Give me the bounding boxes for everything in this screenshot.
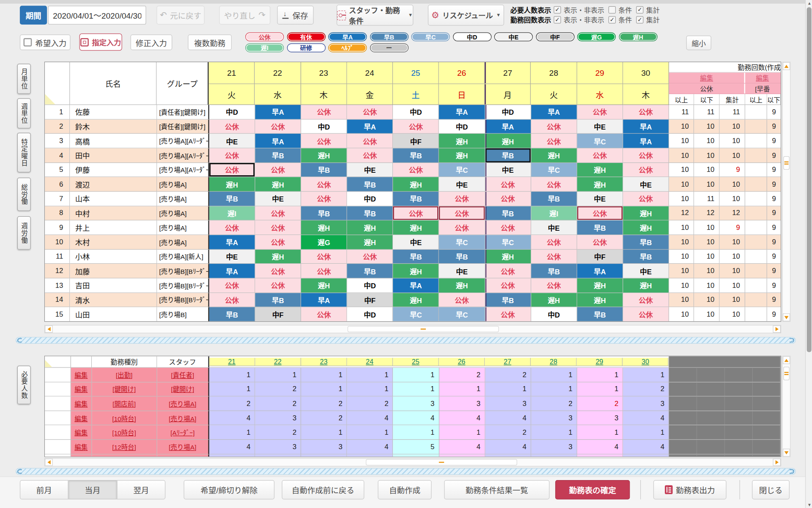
shift-cell[interactable]: 公休 [485,264,531,278]
shift-cell[interactable]: 公休 [531,235,577,249]
shift-cell[interactable]: 早B [485,206,531,221]
shift-cell[interactable]: 遅I [531,206,577,221]
shift-cell[interactable]: 遅H [485,249,531,264]
shift-cell[interactable]: 中D [531,307,577,322]
shift-cell[interactable]: 公休 [393,163,439,177]
shift-cell[interactable]: 遅H [301,148,347,163]
staff-group-link[interactable]: [責任者] [171,370,194,379]
shift-cell[interactable]: 公休 [393,119,439,134]
shift-cell[interactable]: 早B [485,293,531,307]
save-button[interactable]: 保存 [277,6,313,25]
shift-cell[interactable]: 早C [439,235,485,249]
shift-cell[interactable]: 公休 [439,293,485,307]
shift-cell[interactable]: 中D [301,119,347,134]
shift-cell[interactable]: 早B [255,293,301,307]
shift-cell[interactable]: 公休 [301,249,347,264]
page-scrollbar[interactable]: ▲ ▼ [805,0,812,508]
legend-hayaB[interactable]: 早B [370,33,408,41]
staffing-day-link[interactable]: 27 [504,358,511,366]
shift-cell[interactable]: 遅G [301,235,347,249]
shift-cell[interactable]: 遅H [623,221,669,235]
shift-cell[interactable]: 早B [347,177,393,192]
shift-cell[interactable]: 遅H [439,148,485,163]
day-of-week[interactable]: 日 [439,84,485,105]
close-button[interactable]: 閉じる [752,480,790,500]
shift-cell[interactable]: 遅H [301,279,347,293]
day-of-week[interactable]: 火 [209,84,255,105]
shift-cell[interactable]: 遅H [393,293,439,307]
shift-cell[interactable]: 中E [623,177,669,192]
shift-cell[interactable]: 早C [485,235,531,249]
shift-cell[interactable]: 公休 [255,221,301,235]
shift-cell[interactable]: 早A [209,235,255,249]
shift-cell[interactable]: 公休 [623,293,669,307]
shift-cell[interactable]: 遅H [577,293,623,307]
shift-cell[interactable]: 遅H [439,134,485,148]
shrink-button[interactable]: 縮小 [686,36,711,50]
legend-osoH[interactable]: 遅H [619,33,657,41]
shift-cell[interactable]: 中F [393,134,439,148]
legend-koukyuu[interactable]: 公休 [245,33,284,41]
shift-cell[interactable]: 公休 [531,177,577,192]
shift-type-link[interactable]: [開店前] [112,398,136,408]
shift-cell[interactable]: 遅H [255,177,301,192]
checkbox-unchecked[interactable] [609,6,616,13]
confirm-roster-button[interactable]: 勤務表の確定 [555,480,630,500]
shift-type-link[interactable]: [12時台] [112,442,136,452]
shift-cell[interactable]: 公休 [623,307,669,322]
shift-cell[interactable]: 公休 [623,192,669,206]
staffing-day-link[interactable]: 21 [228,358,236,366]
day-of-week[interactable]: 月 [485,84,531,105]
wish-input-button[interactable]: 希望入力 [20,34,71,50]
shift-cell[interactable]: 早B [577,221,623,235]
shift-cell[interactable]: 公休 [393,206,439,221]
legend-dash[interactable]: ー [370,43,408,52]
redo-button[interactable]: やり直し↷ [219,6,270,25]
shift-cell[interactable]: 中E [209,134,255,148]
shift-cell[interactable]: 公休 [209,293,255,307]
revert-auto-create-button[interactable]: 自動作成前に戻る [282,480,364,500]
shift-cell[interactable]: 早A [623,134,669,148]
shift-cell[interactable]: 公休 [531,134,577,148]
legend-nakaF[interactable]: 中F [536,33,574,41]
roster-vertical-scrollbar[interactable] [782,62,791,322]
day-number[interactable]: 25 [393,62,439,84]
undo-button[interactable]: ↶元に戻す [156,6,205,25]
shift-cell[interactable]: 遅H [347,235,393,249]
shift-cell[interactable]: 公休 [623,105,669,119]
legend-hayaC[interactable]: 早C [411,33,450,41]
shift-cell[interactable]: 公休 [577,105,623,119]
staffing-hscroll-thumb[interactable] [366,459,517,466]
shift-cell[interactable]: 中E [255,192,301,206]
release-deadline-button[interactable]: 希望/締切り解除 [184,480,274,500]
shift-cell[interactable]: 公休 [255,163,301,177]
shift-cell[interactable]: 早A [531,105,577,119]
shift-cell[interactable]: 公休 [623,148,669,163]
roster-hscroll-thumb[interactable] [348,326,499,332]
page-scroll-thumb[interactable] [807,7,812,352]
shift-cell[interactable]: 公休 [531,249,577,264]
roster-vscroll-thumb[interactable] [783,156,790,170]
staffing-day-link[interactable]: 25 [412,358,420,366]
day-number[interactable]: 26 [439,62,485,84]
shift-cell[interactable]: 公休 [485,192,531,206]
roster-horizontal-scrollbar[interactable] [44,325,781,334]
shift-cell[interactable]: 早A [347,119,393,134]
shift-cell[interactable]: 遅H [347,221,393,235]
shift-cell[interactable]: 中F [577,249,623,264]
legend-osoI[interactable]: 遅I [245,43,284,52]
shift-cell[interactable]: 早B [393,192,439,206]
shift-cell[interactable]: 早B [623,249,669,264]
shift-cell[interactable]: 早B [623,235,669,249]
shift-cell[interactable]: 中E [439,264,485,278]
legend-hayaA[interactable]: 早A [328,33,367,41]
scroll-right-icon[interactable] [773,458,781,466]
scroll-left-icon[interactable] [45,458,53,466]
day-number[interactable]: 22 [255,62,301,84]
shift-cell[interactable]: 中E [531,221,577,235]
shift-cell[interactable]: 遅H [577,177,623,192]
assign-input-button[interactable]: 指定入力 [80,33,122,51]
shift-cell[interactable]: 中F [347,293,393,307]
shift-cell[interactable]: 公休 [577,206,623,221]
staffing-day-link[interactable]: 23 [320,358,327,366]
